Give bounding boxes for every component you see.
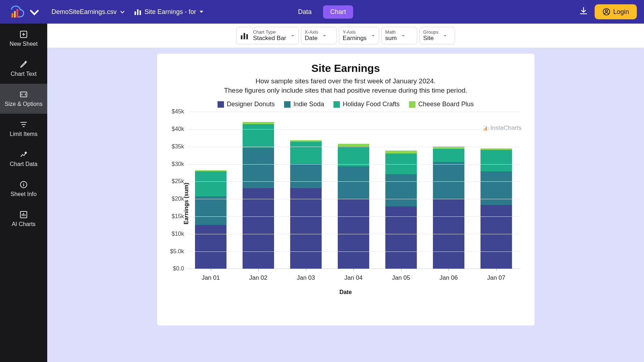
login-button[interactable]: Login <box>595 4 637 19</box>
sidebar-item-label: Chart Data <box>10 161 37 167</box>
bar-stack[interactable] <box>195 170 226 269</box>
control-value: Date <box>305 35 318 42</box>
chevron-down-icon <box>119 9 125 15</box>
bar-stack[interactable] <box>480 148 512 269</box>
bar-segment[interactable] <box>480 150 512 172</box>
control-label: Groups <box>423 29 439 35</box>
bar-segment[interactable] <box>290 188 322 269</box>
legend-swatch <box>284 101 291 108</box>
x-tick-label: Jan 01 <box>201 274 220 282</box>
chart-title: Site Earnings <box>161 62 530 74</box>
control-x-axis[interactable]: X-Axis Date <box>301 27 337 44</box>
control-groups[interactable]: Groups Site <box>419 27 455 44</box>
svg-rect-15 <box>247 34 248 39</box>
view-tabs: Data Chart <box>291 5 353 19</box>
sidebar-item-size-options[interactable]: Size & Options <box>0 84 47 114</box>
sheet-selector[interactable]: Site Earnings - for <box>134 8 204 16</box>
bar-segment[interactable] <box>195 196 226 225</box>
filter-icon <box>19 120 28 129</box>
download-button[interactable] <box>579 6 588 17</box>
download-icon <box>579 6 588 16</box>
bar-segment[interactable] <box>195 225 226 269</box>
chevron-down-icon <box>26 5 43 18</box>
bar-segment[interactable] <box>290 142 322 164</box>
svg-rect-2 <box>16 9 18 18</box>
x-tick-label: Jan 03 <box>297 274 315 282</box>
caret-down-icon <box>371 34 375 38</box>
bar-segment[interactable] <box>338 146 369 166</box>
topbar: DemoSiteEarnings.csv Site Earnings - for… <box>0 0 644 24</box>
bar-segment[interactable] <box>338 144 369 146</box>
y-tick-label: $15k <box>163 213 184 220</box>
bar-segment[interactable] <box>243 122 274 124</box>
y-tick-label: $25k <box>163 178 184 185</box>
svg-rect-9 <box>20 92 27 97</box>
bar-segment[interactable] <box>433 149 464 162</box>
bar-segment[interactable] <box>338 166 369 199</box>
bar-segment[interactable] <box>243 148 274 188</box>
x-tick-label: Jan 07 <box>487 274 505 282</box>
legend-item[interactable]: Designer Donuts <box>218 101 275 108</box>
analytics-icon <box>19 150 28 159</box>
sidebar-item-chart-data[interactable]: Chart Data <box>0 144 47 174</box>
user-circle-icon <box>602 8 610 16</box>
grid-line <box>187 216 520 217</box>
legend-swatch <box>218 101 224 108</box>
legend-swatch <box>333 101 340 108</box>
bar-column: Jan 02 <box>235 112 282 269</box>
sidebar-item-label: Size & Options <box>5 101 43 107</box>
legend-item[interactable]: Holiday Food Crafts <box>333 101 400 108</box>
bar-segment[interactable] <box>385 151 417 153</box>
y-tick-label: $20k <box>163 196 184 202</box>
grid-line <box>187 199 520 199</box>
file-name: DemoSiteEarnings.csv <box>52 8 117 16</box>
bar-column: Jan 05 <box>377 112 425 269</box>
bar-segment[interactable] <box>243 188 274 269</box>
bar-stack[interactable] <box>338 144 369 269</box>
bar-segment[interactable] <box>195 171 226 196</box>
bar-column: Jan 06 <box>425 112 473 269</box>
sidebar-item-limit-items[interactable]: Limit Items <box>0 114 47 144</box>
bar-stack[interactable] <box>433 146 464 269</box>
sidebar-item-sheet-info[interactable]: Sheet Info <box>0 174 47 204</box>
control-value: Earnings <box>343 35 367 42</box>
control-chart-type[interactable]: Chart Type Stacked Bar <box>236 27 299 44</box>
bar-segment[interactable] <box>480 171 512 205</box>
chart-subtitle: How sample sites fared over the first we… <box>161 77 530 95</box>
y-tick-label: $45k <box>163 108 184 115</box>
file-selector[interactable]: DemoSiteEarnings.csv <box>52 8 125 16</box>
y-tick-label: $30k <box>163 161 184 167</box>
bar-column: Jan 03 <box>282 112 330 269</box>
sidebar-item-chart-text[interactable]: Chart Text <box>0 54 47 84</box>
legend-item[interactable]: Cheese Board Plus <box>409 101 474 108</box>
legend-label: Cheese Board Plus <box>418 101 474 108</box>
bar-segment[interactable] <box>480 205 512 269</box>
chart-card: Site Earnings How sample sites fared ove… <box>157 54 535 326</box>
sidebar-item-label: AI Charts <box>12 221 36 228</box>
info-icon <box>19 180 28 189</box>
bar-segment[interactable] <box>290 164 322 188</box>
tab-data[interactable]: Data <box>291 5 319 19</box>
tab-chart[interactable]: Chart <box>323 5 353 19</box>
logo[interactable] <box>7 5 43 18</box>
bar-segment[interactable] <box>433 162 464 199</box>
y-tick-label: $35k <box>163 143 184 150</box>
bar-stack[interactable] <box>290 140 322 269</box>
legend-item[interactable]: Indie Soda <box>284 101 324 108</box>
grid-line <box>187 251 520 252</box>
caret-down-icon <box>291 34 295 38</box>
bar-segment[interactable] <box>385 206 417 269</box>
plus-square-icon <box>19 30 28 39</box>
bar-column: Jan 07 <box>473 112 520 269</box>
svg-rect-4 <box>137 9 138 15</box>
sidebar-item-new-sheet[interactable]: New Sheet <box>0 24 47 54</box>
control-value: Site <box>423 35 439 42</box>
control-math[interactable]: Math sum <box>381 27 417 44</box>
bar-segment[interactable] <box>243 124 274 148</box>
y-tick-label: $40k <box>163 126 184 132</box>
bar-stack[interactable] <box>243 122 274 269</box>
control-y-axis[interactable]: Y-Axis Earnings <box>339 27 379 44</box>
grid-line <box>187 147 520 147</box>
bar-segment[interactable] <box>385 174 417 206</box>
sidebar-item-ai-charts[interactable]: AI Charts <box>0 204 47 234</box>
